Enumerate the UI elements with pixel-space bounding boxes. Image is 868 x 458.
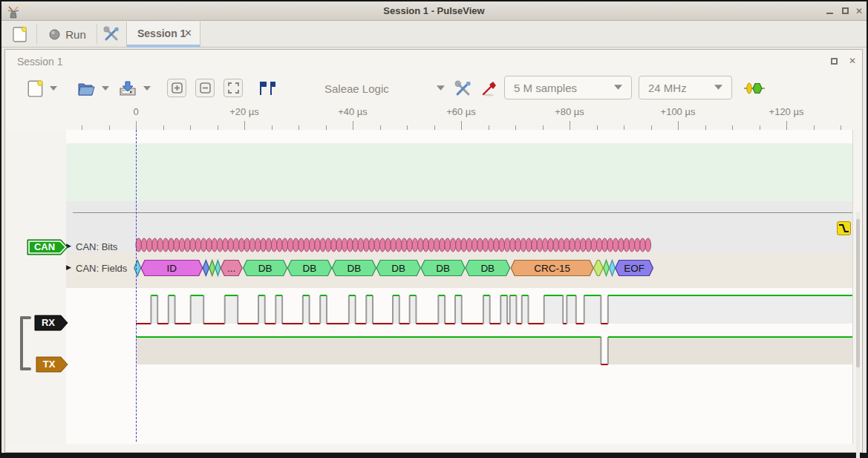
minimize-button[interactable] bbox=[823, 4, 838, 18]
can-bit-annotation[interactable] bbox=[374, 238, 379, 252]
channel-group-bracket[interactable] bbox=[20, 316, 32, 370]
can-bit-annotation[interactable] bbox=[586, 238, 591, 252]
can-bit-annotation[interactable] bbox=[445, 238, 450, 252]
can-bit-annotation[interactable] bbox=[564, 238, 570, 252]
trigger-marker-falling-edge[interactable] bbox=[837, 221, 851, 235]
new-file-button[interactable] bbox=[25, 77, 47, 99]
can-bit-annotation[interactable] bbox=[440, 238, 445, 252]
can-bit-annotation[interactable] bbox=[342, 238, 347, 252]
sample-count-select[interactable]: 5 M samples bbox=[504, 76, 632, 99]
can-bit-annotation[interactable] bbox=[602, 238, 607, 252]
can-bit-annotation[interactable] bbox=[271, 238, 276, 252]
can-bit-annotation[interactable] bbox=[353, 238, 358, 252]
can-bit-annotation[interactable] bbox=[174, 238, 179, 252]
can-bit-annotation[interactable] bbox=[136, 238, 141, 252]
can-bit-annotation[interactable] bbox=[385, 238, 391, 252]
can-bit-annotation[interactable] bbox=[201, 238, 206, 252]
trace-view[interactable]: ID...DBDBDBDBDBDBCRC-15EOF ▶ CAN: Bits ▶… bbox=[5, 130, 862, 444]
tab-close-icon[interactable]: ✕ bbox=[184, 27, 192, 39]
can-bit-annotation[interactable] bbox=[456, 238, 461, 252]
can-bit-annotation[interactable] bbox=[488, 238, 493, 252]
can-bit-annotation[interactable] bbox=[521, 238, 526, 252]
can-bit-annotation[interactable] bbox=[195, 238, 200, 252]
can-field-segment[interactable] bbox=[604, 261, 610, 276]
can-bit-annotation[interactable] bbox=[152, 238, 157, 252]
can-bit-annotation[interactable] bbox=[624, 238, 629, 252]
zoom-out-button[interactable] bbox=[195, 79, 215, 97]
can-bit-annotation[interactable] bbox=[141, 238, 146, 252]
can-bit-annotation[interactable] bbox=[607, 238, 613, 252]
maximize-button[interactable] bbox=[838, 4, 853, 18]
can-bit-annotation[interactable] bbox=[304, 238, 309, 252]
can-bit-annotation[interactable] bbox=[331, 238, 336, 252]
settings-button[interactable] bbox=[101, 24, 122, 44]
session-maximize-button[interactable] bbox=[828, 56, 841, 68]
can-bit-annotation[interactable] bbox=[640, 238, 645, 252]
can-bit-annotation[interactable] bbox=[428, 238, 434, 252]
can-bit-annotation[interactable] bbox=[266, 238, 271, 252]
can-bit-annotation[interactable] bbox=[255, 238, 261, 252]
can-bit-annotation[interactable] bbox=[619, 238, 624, 252]
can-bit-annotation[interactable] bbox=[325, 238, 330, 252]
can-bit-annotation[interactable] bbox=[223, 238, 228, 252]
can-bit-annotation[interactable] bbox=[190, 238, 195, 252]
can-bit-annotation[interactable] bbox=[293, 238, 298, 252]
can-bit-annotation[interactable] bbox=[163, 238, 168, 252]
can-bit-annotation[interactable] bbox=[228, 238, 233, 252]
can-bit-annotation[interactable] bbox=[553, 238, 558, 252]
can-bit-annotation[interactable] bbox=[596, 238, 601, 252]
can-field-segment[interactable] bbox=[203, 261, 209, 276]
can-bit-annotation[interactable] bbox=[591, 238, 596, 252]
can-bit-annotation[interactable] bbox=[537, 238, 542, 252]
can-bit-annotation[interactable] bbox=[418, 238, 423, 252]
can-bit-annotation[interactable] bbox=[483, 238, 488, 252]
can-bit-annotation[interactable] bbox=[157, 238, 163, 252]
new-session-button[interactable] bbox=[7, 23, 33, 45]
time-zero-cursor[interactable] bbox=[136, 130, 137, 442]
can-bit-annotation[interactable] bbox=[277, 238, 282, 252]
can-bit-annotation[interactable] bbox=[494, 238, 499, 252]
can-field-segment[interactable] bbox=[593, 261, 603, 276]
can-bit-annotation[interactable] bbox=[244, 238, 249, 252]
run-button[interactable]: Run bbox=[42, 23, 94, 45]
can-bit-annotation[interactable] bbox=[510, 238, 515, 252]
can-bit-annotation[interactable] bbox=[423, 238, 428, 252]
new-file-dropdown[interactable] bbox=[48, 83, 59, 94]
session-close-button[interactable]: ✕ bbox=[846, 56, 859, 68]
can-bit-annotation[interactable] bbox=[504, 238, 509, 252]
decoder-tag-can[interactable]: CAN bbox=[27, 239, 68, 255]
can-bit-annotation[interactable] bbox=[570, 238, 575, 252]
can-bit-annotation[interactable] bbox=[477, 238, 483, 252]
can-bit-annotation[interactable] bbox=[466, 238, 471, 252]
open-button[interactable] bbox=[75, 77, 97, 99]
can-bit-annotation[interactable] bbox=[379, 238, 385, 252]
can-bit-annotation[interactable] bbox=[629, 238, 634, 252]
can-bit-annotation[interactable] bbox=[169, 238, 174, 252]
save-dropdown[interactable] bbox=[142, 83, 152, 94]
can-bit-annotation[interactable] bbox=[369, 238, 374, 252]
zoom-fit-button[interactable] bbox=[223, 79, 243, 97]
can-bit-annotation[interactable] bbox=[402, 238, 407, 252]
can-bit-annotation[interactable] bbox=[212, 238, 217, 252]
can-bit-annotation[interactable] bbox=[287, 238, 293, 252]
expander-can-fields[interactable]: ▶ bbox=[66, 264, 71, 271]
channels-button[interactable] bbox=[479, 79, 500, 98]
vertical-scrollbar-handle[interactable] bbox=[856, 219, 860, 367]
can-bit-annotation[interactable] bbox=[233, 238, 238, 252]
can-bit-annotation[interactable] bbox=[347, 238, 353, 252]
configure-device-button[interactable] bbox=[452, 79, 473, 98]
can-bit-annotation[interactable] bbox=[320, 238, 325, 252]
can-bit-annotation[interactable] bbox=[558, 238, 564, 252]
can-bit-annotation[interactable] bbox=[542, 238, 547, 252]
can-fields-annotations[interactable]: ID...DBDBDBDBDBDBCRC-15EOF bbox=[66, 259, 852, 277]
can-bit-annotation[interactable] bbox=[261, 238, 266, 252]
zoom-in-button[interactable] bbox=[167, 79, 186, 97]
can-bit-annotation[interactable] bbox=[526, 238, 532, 252]
channel-tag-tx[interactable]: TX bbox=[36, 356, 68, 373]
tx-waveform[interactable] bbox=[66, 335, 852, 368]
can-bit-annotation[interactable] bbox=[499, 238, 504, 252]
channel-tag-rx[interactable]: RX bbox=[34, 315, 68, 331]
add-decoder-button[interactable] bbox=[743, 80, 766, 96]
can-field-segment[interactable] bbox=[215, 261, 221, 276]
show-cursors-button[interactable] bbox=[255, 79, 278, 98]
